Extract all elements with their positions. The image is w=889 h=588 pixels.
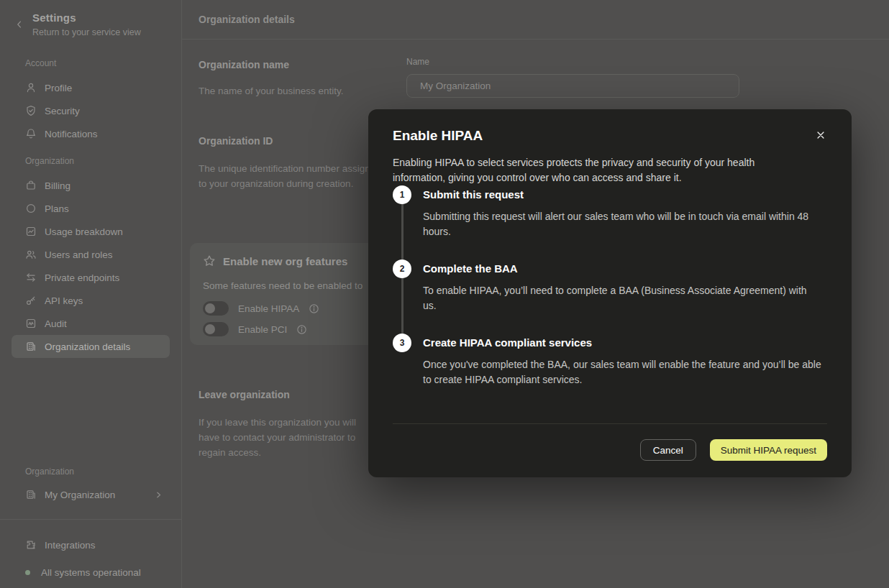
step-rail: 1: [393, 185, 411, 259]
bag-icon: [25, 180, 37, 191]
sidebar-item-label: Usage breakdown: [45, 226, 123, 237]
step-body: To enable HIPAA, you’ll need to complete…: [423, 283, 823, 313]
step-complete-baa: 2 Complete the BAA To enable HIPAA, you’…: [393, 259, 823, 334]
star-icon: [203, 254, 216, 267]
enable-pci-row: Enable PCI: [203, 321, 307, 337]
sidebar-item-label: Plans: [45, 203, 69, 214]
sidebar-item-label: Notifications: [45, 129, 98, 139]
sidebar-item-users-and-roles[interactable]: Users and roles: [12, 243, 170, 266]
step-title: Create HIPAA compliant services: [423, 334, 823, 352]
features-card-desc: Some features need to be enabled to: [203, 280, 363, 291]
sidebar-item-label: Users and roles: [45, 249, 113, 260]
building-icon: [25, 489, 37, 500]
step-title: Complete the BAA: [423, 259, 823, 278]
sidebar-item-audit[interactable]: Audit: [12, 312, 170, 335]
sidebar-item-integrations[interactable]: Integrations: [12, 533, 170, 556]
sidebar-item-label: Organization details: [45, 341, 130, 352]
submit-hipaa-request-button[interactable]: Submit HIPAA request: [710, 439, 827, 461]
sidebar-title: Settings: [32, 12, 181, 24]
step-connector: [401, 204, 404, 259]
modal-description: Enabling HIPAA to select services protec…: [393, 155, 808, 185]
organization-name-input[interactable]: My Organization: [406, 74, 739, 98]
hipaa-steps: 1 Submit this request Submitting this re…: [393, 185, 823, 387]
sidebar-item-billing[interactable]: Billing: [12, 174, 170, 197]
enable-hipaa-modal: Enable HIPAA Enabling HIPAA to select se…: [368, 109, 852, 477]
section-label-organization: Organization: [0, 154, 181, 168]
circle-icon: [25, 203, 37, 214]
back-chevron-icon[interactable]: [14, 19, 24, 29]
step-number-badge: 3: [393, 334, 411, 352]
users-icon: [25, 249, 37, 260]
leave-org-label: Leave organization: [199, 389, 290, 400]
sidebar-item-label: Audit: [45, 318, 67, 329]
settings-sidebar: Settings Return to your service view Acc…: [0, 0, 182, 588]
account-nav: Profile Security Notifications: [0, 76, 181, 145]
sidebar-item-profile[interactable]: Profile: [12, 76, 170, 99]
info-icon[interactable]: [296, 324, 307, 335]
cancel-button[interactable]: Cancel: [640, 439, 696, 461]
features-card-title: Enable new org features: [223, 255, 347, 267]
sidebar-item-label: My Organization: [45, 490, 115, 500]
sidebar-item-my-organization[interactable]: My Organization: [12, 483, 170, 506]
toggle-knob: [205, 303, 215, 313]
enable-hipaa-row: Enable HIPAA: [203, 300, 319, 316]
modal-footer-divider: [393, 423, 827, 424]
step-rail: 2: [393, 259, 411, 334]
puzzle-icon: [25, 539, 37, 551]
sidebar-divider: [0, 519, 182, 520]
bell-icon: [25, 128, 37, 139]
leave-org-desc: If you leave this organization you will …: [199, 415, 380, 460]
enable-hipaa-toggle[interactable]: [203, 301, 229, 316]
sidebar-item-label: API keys: [45, 295, 83, 306]
sidebar-item-label: Billing: [45, 180, 70, 191]
sidebar-item-label: Private endpoints: [45, 272, 119, 283]
close-icon[interactable]: [816, 130, 826, 140]
sidebar-bottom: Organization My Organization Integration…: [0, 460, 182, 584]
header-divider: [182, 39, 889, 40]
sidebar-item-organization-details[interactable]: Organization details: [12, 335, 170, 358]
sidebar-item-usage-breakdown[interactable]: Usage breakdown: [12, 220, 170, 243]
toggle-label: Enable HIPAA: [238, 303, 299, 314]
step-body: Once you've completed the BAA, our sales…: [423, 357, 823, 387]
status-ok-dot-icon: [25, 570, 30, 575]
shield-check-icon: [25, 105, 37, 116]
building-icon: [25, 341, 37, 352]
org-name-desc: The name of your business entity.: [199, 83, 383, 98]
section-label-organization-bottom: Organization: [0, 464, 182, 479]
chevron-right-icon: [154, 490, 163, 500]
toggle-label: Enable PCI: [238, 324, 287, 335]
org-id-label: Organization ID: [199, 135, 273, 147]
step-number-badge: 2: [393, 259, 411, 278]
sidebar-item-label: Security: [45, 106, 80, 116]
sidebar-item-private-endpoints[interactable]: Private endpoints: [12, 266, 170, 289]
org-name-label: Organization name: [199, 59, 289, 70]
step-submit-request: 1 Submit this request Submitting this re…: [393, 185, 823, 259]
modal-title: Enable HIPAA: [393, 128, 483, 144]
step-create-services: 3 Create HIPAA compliant services Once y…: [393, 334, 823, 387]
sidebar-item-api-keys[interactable]: API keys: [12, 289, 170, 312]
page-title: Organization details: [199, 14, 295, 25]
sidebar-item-security[interactable]: Security: [12, 99, 170, 122]
sidebar-item-label: Profile: [45, 83, 72, 93]
chart-wave-icon: [25, 226, 37, 237]
toggle-knob: [205, 324, 215, 334]
status-text: All systems operational: [41, 567, 141, 578]
pulse-square-icon: [25, 318, 37, 329]
step-number-badge: 1: [393, 185, 411, 204]
step-rail: 3: [393, 334, 411, 387]
modal-footer: Cancel Submit HIPAA request: [640, 439, 827, 461]
step-title: Submit this request: [423, 185, 823, 204]
org-id-desc: The unique identification number assigne…: [199, 161, 383, 191]
enable-pci-toggle[interactable]: [203, 322, 229, 336]
name-field-label: Name: [406, 57, 429, 67]
sidebar-subtitle: Return to your service view: [32, 27, 181, 37]
info-icon[interactable]: [309, 303, 319, 314]
organization-nav: Billing Plans Usage breakdown Users and …: [0, 174, 181, 358]
sidebar-item-plans[interactable]: Plans: [12, 197, 170, 220]
step-connector: [401, 278, 404, 334]
key-icon: [25, 295, 37, 306]
sidebar-item-label: Integrations: [45, 540, 96, 551]
sidebar-item-notifications[interactable]: Notifications: [12, 122, 170, 145]
arrows-swap-icon: [25, 272, 37, 283]
system-status[interactable]: All systems operational: [12, 561, 170, 584]
